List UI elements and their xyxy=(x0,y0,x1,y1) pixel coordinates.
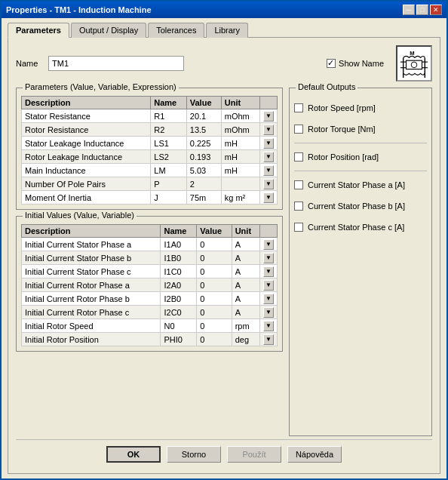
show-name-area: Show Name M xyxy=(327,45,432,82)
param-dropdown-btn[interactable]: ▼ xyxy=(263,152,274,162)
params-table-row: Rotor Leakage Inductance LS2 0.193 mH ▼ xyxy=(22,150,278,164)
output-checkbox-5[interactable] xyxy=(294,223,303,232)
output-divider xyxy=(294,143,427,143)
init-dropdown-btn[interactable]: ▼ xyxy=(263,266,274,277)
init-dropdown-cell: ▼ xyxy=(260,238,278,251)
tab-tolerances[interactable]: Tolerances xyxy=(148,23,204,38)
output-checkbox-row: Rotor Position [rad] xyxy=(294,149,427,165)
init-dropdown-btn[interactable]: ▼ xyxy=(263,280,274,291)
init-dropdown-btn[interactable]: ▼ xyxy=(263,253,274,263)
init-description: Initial Current Rotor Phase c xyxy=(22,306,161,319)
param-value: 2 xyxy=(186,177,221,191)
maximize-button[interactable]: □ xyxy=(416,5,428,15)
init-value: 0 xyxy=(197,251,232,265)
napoveda-button[interactable]: Nápověda xyxy=(287,446,342,463)
output-checkbox-row: Current Stator Phase c [A] xyxy=(294,220,427,235)
tab-library[interactable]: Library xyxy=(206,23,248,38)
init-dropdown-btn[interactable]: ▼ xyxy=(263,321,274,331)
output-checkbox-2[interactable] xyxy=(294,152,303,162)
param-dropdown-cell: ▼ xyxy=(260,164,278,177)
storno-button[interactable]: Storno xyxy=(167,446,221,463)
show-name-checkbox[interactable] xyxy=(327,59,336,68)
param-dropdown-cell: ▼ xyxy=(260,137,278,150)
param-name: LS2 xyxy=(151,150,187,164)
init-unit: A xyxy=(232,265,259,278)
minimize-button[interactable]: ─ xyxy=(403,5,415,15)
param-description: Number Of Pole Pairs xyxy=(22,177,151,191)
tabs-container: Parameters Output / Display Tolerances L… xyxy=(8,23,440,38)
init-name: I2B0 xyxy=(161,292,197,306)
param-unit: mH xyxy=(221,137,259,150)
init-table-row: Initial Current Rotor Phase b I2B0 0 A ▼ xyxy=(22,292,278,306)
init-description: Initial Current Rotor Phase a xyxy=(22,278,161,292)
param-name: LS1 xyxy=(151,137,187,150)
init-name: I2C0 xyxy=(161,306,197,319)
init-value: 0 xyxy=(197,265,232,278)
output-label: Current Stator Phase a [A] xyxy=(308,180,405,189)
init-name: I1C0 xyxy=(161,265,197,278)
init-value: 0 xyxy=(197,278,232,292)
ok-button[interactable]: OK xyxy=(106,446,161,463)
param-dropdown-btn[interactable]: ▼ xyxy=(263,165,274,176)
tab-parameters[interactable]: Parameters xyxy=(8,23,69,38)
params-table-row: Number Of Pole Pairs P 2 ▼ xyxy=(22,177,278,191)
output-checkbox-1[interactable] xyxy=(294,125,303,134)
param-dropdown-btn[interactable]: ▼ xyxy=(263,192,274,203)
init-dropdown-btn[interactable]: ▼ xyxy=(263,239,274,250)
output-checkbox-4[interactable] xyxy=(294,202,303,211)
pouzit-button[interactable]: Použít xyxy=(227,446,281,463)
output-checkbox-row: Current Stator Phase b [A] xyxy=(294,198,427,214)
close-button[interactable]: ✕ xyxy=(430,5,442,15)
param-value: 75m xyxy=(186,191,221,205)
output-label: Current Stator Phase c [A] xyxy=(308,223,404,232)
param-dropdown-btn[interactable]: ▼ xyxy=(263,138,274,149)
params-col-description: Description xyxy=(22,97,151,109)
induction-machine-svg: M xyxy=(400,48,428,79)
params-col-value: Value xyxy=(186,97,221,109)
component-icon: M xyxy=(396,45,432,82)
init-table-row: Initial Rotor Speed N0 0 rpm ▼ xyxy=(22,319,278,333)
init-description: Initial Rotor Position xyxy=(22,333,161,346)
output-label: Rotor Position [rad] xyxy=(308,152,379,162)
name-input[interactable] xyxy=(48,56,184,71)
output-checkbox-0[interactable] xyxy=(294,103,303,112)
init-description: Initial Current Stator Phase c xyxy=(22,265,161,278)
param-name: R2 xyxy=(151,123,187,137)
param-value: 5.03 xyxy=(186,164,221,177)
param-name: R1 xyxy=(151,109,187,123)
init-table-row: Initial Rotor Position PHI0 0 deg ▼ xyxy=(22,333,278,346)
init-col-unit: Unit xyxy=(232,225,259,238)
tab-output-display[interactable]: Output / Display xyxy=(71,23,146,38)
init-value: 0 xyxy=(197,306,232,319)
param-dropdown-btn[interactable]: ▼ xyxy=(263,179,274,189)
left-panel: Parameters (Value, Variable, Expression)… xyxy=(16,88,283,436)
init-dropdown-btn[interactable]: ▼ xyxy=(263,307,274,318)
init-col-name: Name xyxy=(161,225,197,238)
main-window: Properties - TM1 - Induction Machine ─ □… xyxy=(0,0,448,480)
params-table-row: Main Inductance LM 5.03 mH ▼ xyxy=(22,164,278,177)
params-col-unit: Unit xyxy=(221,97,259,109)
init-table-row: Initial Current Stator Phase b I1B0 0 A … xyxy=(22,251,278,265)
output-checkbox-3[interactable] xyxy=(294,180,303,189)
init-dropdown-btn[interactable]: ▼ xyxy=(263,294,274,304)
right-panel: Default Outputs Rotor Speed [rpm]Rotor T… xyxy=(289,88,432,436)
param-dropdown-cell: ▼ xyxy=(260,177,278,191)
init-table-row: Initial Current Stator Phase c I1C0 0 A … xyxy=(22,265,278,278)
init-description: Initial Current Stator Phase a xyxy=(22,238,161,251)
output-checkbox-row: Rotor Torque [Nm] xyxy=(294,122,427,137)
outputs-container: Rotor Speed [rpm]Rotor Torque [Nm]Rotor … xyxy=(294,100,427,235)
param-unit: mOhm xyxy=(221,123,259,137)
init-dropdown-cell: ▼ xyxy=(260,265,278,278)
param-value: 13.5 xyxy=(186,123,221,137)
params-col-name: Name xyxy=(151,97,187,109)
params-table-row: Stator Leakage Inductance LS1 0.225 mH ▼ xyxy=(22,137,278,150)
init-dropdown-btn[interactable]: ▼ xyxy=(263,334,274,345)
init-dropdown-cell: ▼ xyxy=(260,251,278,265)
name-label: Name xyxy=(16,59,42,68)
param-dropdown-btn[interactable]: ▼ xyxy=(263,125,274,135)
init-unit: A xyxy=(232,238,259,251)
param-dropdown-btn[interactable]: ▼ xyxy=(263,111,274,122)
init-value: 0 xyxy=(197,238,232,251)
param-description: Stator Leakage Inductance xyxy=(22,137,151,150)
init-dropdown-cell: ▼ xyxy=(260,292,278,306)
